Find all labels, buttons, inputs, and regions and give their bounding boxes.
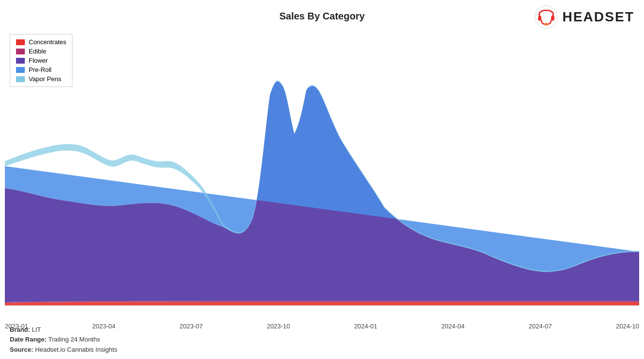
page-container: HEADSET Sales By Category Concentrates E… (0, 0, 644, 359)
chart-area (5, 32, 639, 310)
footer-brand-value: LIT (32, 326, 41, 333)
x-label-5: 2024-04 (441, 323, 465, 330)
logo-text: HEADSET (562, 9, 634, 25)
chart-svg (5, 32, 639, 310)
footer-date-range: Date Range: Trailing 24 Months (10, 335, 117, 345)
footer-source: Source: Headset.io Cannabis Insights (10, 345, 117, 355)
svg-point-3 (545, 23, 548, 26)
footer-info: Brand: LIT Date Range: Trailing 24 Month… (10, 325, 117, 355)
x-label-7: 2024-10 (616, 323, 639, 330)
footer-source-value: Headset.io Cannabis Insights (35, 346, 117, 353)
logo-area: HEADSET (534, 5, 634, 29)
footer-date-range-value: Trailing 24 Months (48, 336, 100, 343)
footer-date-range-label: Date Range: (10, 336, 47, 343)
area-concentrates (5, 302, 639, 305)
x-label-2: 2023-07 (179, 323, 203, 330)
footer-brand: Brand: LIT (10, 325, 117, 335)
footer-source-label: Source: (10, 346, 33, 353)
x-label-4: 2024-01 (354, 323, 377, 330)
footer-brand-label: Brand: (10, 326, 30, 333)
x-label-3: 2023-10 (267, 323, 290, 330)
headset-logo-icon (534, 5, 558, 29)
x-label-6: 2024-07 (529, 323, 552, 330)
chart-title: Sales By Category (279, 11, 365, 22)
